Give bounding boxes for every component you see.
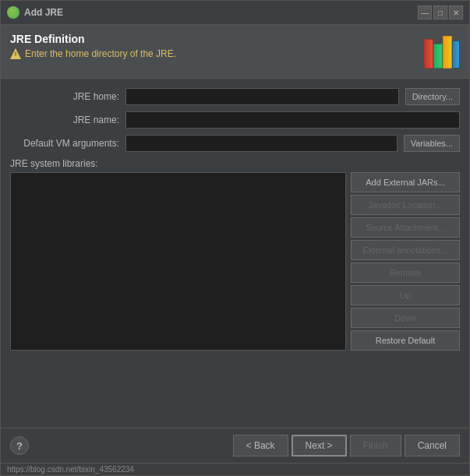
footer: ? < Back Next > Finish Cancel [1, 428, 469, 463]
jre-libs-buttons: Add External JARs... Javadoc Location...… [351, 172, 460, 351]
javadoc-location-button[interactable]: Javadoc Location... [351, 195, 460, 215]
jre-home-label: JRE home: [10, 91, 119, 102]
jre-name-label: JRE name: [10, 115, 119, 125]
book4 [452, 41, 460, 69]
variables-button[interactable]: Variables... [404, 135, 460, 152]
title-bar-left: Add JRE [7, 6, 63, 19]
jre-home-row: JRE home: Directory... [10, 88, 460, 105]
footer-left: ? [10, 436, 29, 455]
default-vm-row: Default VM arguments: Variables... [10, 135, 460, 152]
down-button[interactable]: Down [351, 308, 460, 328]
status-bar: https://blog.csdn.net/bixin_43562234 [1, 463, 469, 475]
jre-libs-section: JRE system libraries: Add External JARs.… [10, 158, 460, 351]
header-warning-text: Enter the home directory of the JRE. [25, 48, 176, 59]
app-icon [7, 6, 19, 19]
jre-libs-label: JRE system libraries: [10, 158, 460, 169]
up-button[interactable]: Up [351, 285, 460, 305]
content-area: JRE home: Directory... JRE name: Default… [1, 79, 469, 428]
header-title: JRE Definition [10, 33, 176, 45]
jre-name-row: JRE name: [10, 111, 460, 129]
header-warning: Enter the home directory of the JRE. [10, 48, 176, 59]
jre-name-input[interactable] [125, 111, 460, 129]
header-section: JRE Definition Enter the home directory … [1, 25, 469, 79]
title-controls: — □ ✕ [418, 5, 463, 19]
jre-home-input[interactable] [125, 88, 399, 105]
back-button[interactable]: < Back [233, 435, 288, 457]
jre-libs-body: Add External JARs... Javadoc Location...… [10, 172, 460, 351]
maximize-button[interactable]: □ [433, 5, 447, 19]
directory-button[interactable]: Directory... [405, 88, 460, 105]
books-icon [422, 33, 460, 70]
status-url: https://blog.csdn.net/bixin_43562234 [7, 465, 134, 474]
warning-icon [10, 48, 21, 59]
remove-button[interactable]: Remove [351, 263, 460, 283]
minimize-button[interactable]: — [418, 5, 432, 19]
window-title: Add JRE [24, 7, 63, 18]
default-vm-label: Default VM arguments: [10, 138, 119, 149]
cancel-button[interactable]: Cancel [405, 435, 460, 457]
header-left: JRE Definition Enter the home directory … [10, 33, 176, 59]
book1 [424, 39, 433, 69]
book3 [443, 36, 452, 69]
external-annotations-button[interactable]: External annotations... [351, 240, 460, 260]
source-attachment-button[interactable]: Source Attachment... [351, 217, 460, 238]
add-external-jars-button[interactable]: Add External JARs... [351, 172, 460, 192]
jre-libs-list[interactable] [10, 172, 346, 351]
restore-default-button[interactable]: Restore Default [351, 330, 460, 351]
book2 [433, 44, 443, 69]
title-bar: Add JRE — □ ✕ [1, 1, 469, 25]
add-jre-window: Add JRE — □ ✕ JRE Definition Enter the h… [0, 0, 470, 476]
next-button[interactable]: Next > [292, 435, 347, 457]
finish-button[interactable]: Finish [350, 435, 401, 457]
help-button[interactable]: ? [10, 436, 29, 455]
default-vm-input[interactable] [125, 135, 398, 152]
close-button[interactable]: ✕ [449, 5, 463, 19]
footer-buttons: < Back Next > Finish Cancel [233, 435, 460, 457]
